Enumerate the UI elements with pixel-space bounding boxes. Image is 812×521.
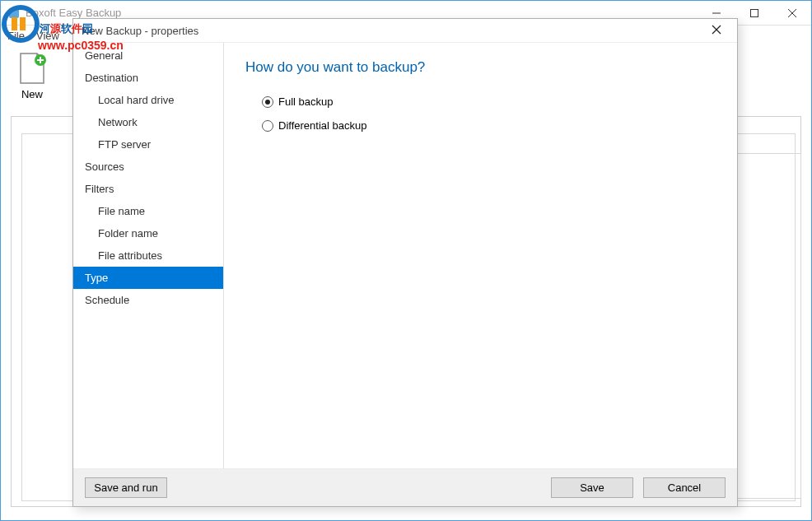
nav-item-sources[interactable]: Sources: [73, 156, 223, 178]
nav-item-file-name[interactable]: File name: [73, 200, 223, 222]
app-icon: [7, 7, 21, 20]
svg-rect-2: [751, 9, 758, 16]
nav-item-folder-name[interactable]: Folder name: [73, 222, 223, 244]
nav-item-filters[interactable]: Filters: [73, 178, 223, 200]
radio-icon: [262, 96, 273, 108]
dialog-title: New Backup - properties: [82, 25, 704, 37]
radio-differential-backup[interactable]: Differential backup: [245, 119, 716, 132]
nav-item-local-hard-drive[interactable]: Local hard drive: [73, 89, 223, 111]
nav-item-schedule[interactable]: Schedule: [73, 289, 223, 311]
cancel-button[interactable]: Cancel: [643, 477, 726, 498]
maximize-button[interactable]: [735, 1, 773, 25]
menu-file[interactable]: File: [7, 30, 25, 42]
dialog-body: GeneralDestinationLocal hard driveNetwor…: [73, 42, 737, 469]
nav-item-general[interactable]: General: [73, 44, 223, 67]
content-heading: How do you want to backup?: [245, 59, 716, 76]
nav-item-file-attributes[interactable]: File attributes: [73, 244, 223, 267]
right-panel: [727, 153, 801, 499]
save-button[interactable]: Save: [551, 477, 633, 498]
new-button[interactable]: New: [11, 52, 54, 100]
new-document-icon: [17, 52, 47, 85]
close-button[interactable]: [773, 1, 811, 25]
properties-dialog: New Backup - properties GeneralDestinati…: [72, 18, 738, 507]
dialog-close-button[interactable]: [704, 23, 729, 38]
nav-item-destination[interactable]: Destination: [73, 67, 223, 89]
dialog-titlebar: New Backup - properties: [73, 19, 737, 42]
nav-item-type[interactable]: Type: [73, 267, 223, 289]
window-title: Boxoft Easy Backup: [26, 7, 698, 19]
dialog-sidebar: GeneralDestinationLocal hard driveNetwor…: [73, 43, 224, 468]
radio-differential-backup-label: Differential backup: [278, 119, 366, 132]
radio-full-backup-label: Full backup: [278, 95, 333, 108]
radio-full-backup[interactable]: Full backup: [245, 95, 716, 108]
new-button-label: New: [11, 88, 54, 100]
svg-rect-0: [9, 8, 19, 18]
dialog-content: How do you want to backup? Full backup D…: [224, 43, 737, 468]
radio-icon: [262, 120, 273, 132]
nav-item-ftp-server[interactable]: FTP server: [73, 133, 223, 156]
save-and-run-button[interactable]: Save and run: [85, 477, 167, 498]
menu-view[interactable]: View: [36, 30, 59, 42]
nav-item-network[interactable]: Network: [73, 111, 223, 133]
dialog-footer: Save and run Save Cancel: [73, 469, 737, 506]
